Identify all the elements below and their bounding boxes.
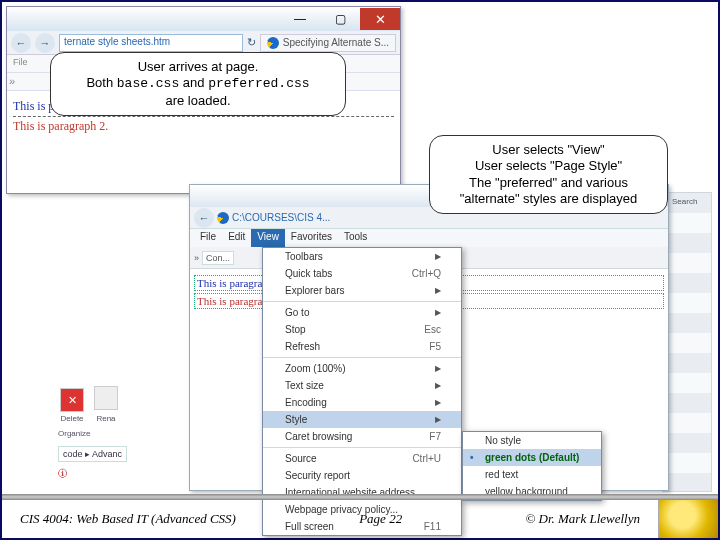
menu-item-shortcut: F5 — [429, 341, 441, 352]
right-pane-label: Search — [672, 197, 697, 206]
label: Delete — [58, 414, 86, 423]
menu-tools[interactable]: Tools — [338, 229, 373, 247]
menu-item-label: Refresh — [285, 341, 320, 352]
callout-line: are loaded. — [61, 93, 335, 109]
callout-line: The "preferred" and various — [440, 175, 657, 191]
close-button[interactable]: ✕ — [360, 8, 400, 30]
menu-item-label: Stop — [285, 324, 306, 335]
ie-icon — [267, 37, 279, 49]
menu-item-stop[interactable]: StopEsc — [263, 321, 461, 338]
menu-view[interactable]: View — [251, 229, 285, 247]
style-submenu: No stylegreen dots (Default)red textyell… — [462, 431, 602, 501]
right-pane-fragment — [662, 192, 712, 492]
rename-icon[interactable] — [94, 386, 118, 410]
delete-icon[interactable]: ✕ — [60, 388, 84, 412]
menu-item-label: Encoding — [285, 397, 327, 408]
menu-item-source[interactable]: SourceCtrl+U — [263, 450, 461, 467]
url-field[interactable]: ternate style sheets.htm — [59, 34, 243, 52]
menu-item-label: Zoom (100%) — [285, 363, 346, 374]
tab-title: Specifying Alternate S... — [283, 37, 389, 48]
menu-item-label: Quick tabs — [285, 268, 332, 279]
style-option-no-style[interactable]: No style — [463, 432, 601, 449]
toolbar-chevron-icon[interactable]: » — [194, 253, 199, 263]
menu-item-shortcut: Esc — [424, 324, 441, 335]
menu-item-label: Toolbars — [285, 251, 323, 262]
code: preferred.css — [208, 76, 309, 91]
slide: — ▢ ✕ ← → ternate style sheets.htm ↻ Spe… — [0, 0, 720, 540]
minimize-button[interactable]: — — [280, 8, 320, 30]
text: Both — [86, 75, 116, 90]
menu-separator — [263, 301, 461, 302]
callout-line: "alternate" styles are displayed — [440, 191, 657, 207]
view-menu-dropdown: Toolbars▶Quick tabsCtrl+QExplorer bars▶G… — [262, 247, 462, 536]
menu-item-toolbars[interactable]: Toolbars▶ — [263, 248, 461, 265]
refresh-icon[interactable]: ↻ — [247, 36, 256, 49]
callout-line: Both base.css and preferred.css — [61, 75, 335, 92]
menu-favorites[interactable]: Favorites — [285, 229, 338, 247]
breadcrumb-fragment[interactable]: code ▸ Advanc — [58, 446, 127, 462]
menu-item-explorer-bars[interactable]: Explorer bars▶ — [263, 282, 461, 299]
footer-center: Page 22 — [359, 511, 402, 527]
paragraph-2: This is paragraph 2. — [13, 117, 394, 136]
menu-item-label: Explorer bars — [285, 285, 344, 296]
forward-button[interactable]: → — [35, 33, 55, 53]
submenu-arrow-icon: ▶ — [435, 286, 441, 295]
submenu-arrow-icon: ▶ — [435, 308, 441, 317]
text: and — [179, 75, 208, 90]
browser-tab[interactable]: Specifying Alternate S... — [260, 34, 396, 52]
footer: CIS 4004: Web Based IT (Advanced CSS) Pa… — [2, 500, 718, 538]
ucf-logo — [658, 500, 718, 538]
menu-edit[interactable]: Edit — [222, 229, 251, 247]
menu-item-label: Text size — [285, 380, 324, 391]
maximize-button[interactable]: ▢ — [320, 8, 360, 30]
menu-item-security-report[interactable]: Security report — [263, 467, 461, 484]
crumb: Advanc — [92, 449, 122, 459]
menu-item-caret-browsing[interactable]: Caret browsingF7 — [263, 428, 461, 445]
alert-icon: 🛈 — [58, 468, 188, 479]
menu-item-quick-tabs[interactable]: Quick tabsCtrl+Q — [263, 265, 461, 282]
footer-right: © Dr. Mark Llewellyn — [525, 511, 640, 527]
callout-view: User selects "View" User selects "Page S… — [429, 135, 668, 214]
label: Rena — [92, 414, 120, 423]
menu-item-style[interactable]: Style▶ — [263, 411, 461, 428]
code: base.css — [117, 76, 179, 91]
style-option-red-text[interactable]: red text — [463, 466, 601, 483]
menu-item-zoom-100-[interactable]: Zoom (100%)▶ — [263, 360, 461, 377]
titlebar: — ▢ ✕ — [7, 7, 400, 31]
callout-line: User arrives at page. — [61, 59, 335, 75]
menu-item-text-size[interactable]: Text size▶ — [263, 377, 461, 394]
menu-item-shortcut: Ctrl+Q — [412, 268, 441, 279]
menu-item-label: Caret browsing — [285, 431, 352, 442]
ie-icon — [217, 212, 229, 224]
toolbar-item[interactable]: Con... — [202, 251, 234, 265]
menu-item-shortcut: Ctrl+U — [412, 453, 441, 464]
menu-item-label: Security report — [285, 470, 350, 481]
callout-line: User selects "View" — [440, 142, 657, 158]
style-option-green-dots-default-[interactable]: green dots (Default) — [463, 449, 601, 466]
callout-arrive: User arrives at page. Both base.css and … — [50, 52, 346, 116]
menu-item-label: Go to — [285, 307, 309, 318]
menu-item-go-to[interactable]: Go to▶ — [263, 304, 461, 321]
menu-separator — [263, 357, 461, 358]
menu-item-label: Style — [285, 414, 307, 425]
back-button[interactable]: ← — [194, 208, 214, 228]
submenu-arrow-icon: ▶ — [435, 381, 441, 390]
menu-item-encoding[interactable]: Encoding▶ — [263, 394, 461, 411]
callout-line: User selects "Page Style" — [440, 158, 657, 174]
explorer-fragment: ✕Delete Rena Organize code ▸ Advanc 🛈 — [58, 384, 188, 484]
menu-item-shortcut: F7 — [429, 431, 441, 442]
submenu-arrow-icon: ▶ — [435, 364, 441, 373]
menu-file[interactable]: File — [194, 229, 222, 247]
footer-left: CIS 4004: Web Based IT (Advanced CSS) — [20, 511, 236, 527]
submenu-arrow-icon: ▶ — [435, 252, 441, 261]
crumb: code — [63, 449, 83, 459]
url-field-2[interactable]: C:\COURSES\CIS 4... — [232, 212, 330, 223]
browser-window-2: — ← C:\COURSES\CIS 4... File Edit View F… — [189, 184, 669, 491]
menu-separator — [263, 447, 461, 448]
submenu-arrow-icon: ▶ — [435, 415, 441, 424]
menubar: File Edit View Favorites Tools — [190, 229, 668, 247]
submenu-arrow-icon: ▶ — [435, 398, 441, 407]
menu-item-label: Source — [285, 453, 317, 464]
menu-item-refresh[interactable]: RefreshF5 — [263, 338, 461, 355]
back-button[interactable]: ← — [11, 33, 31, 53]
